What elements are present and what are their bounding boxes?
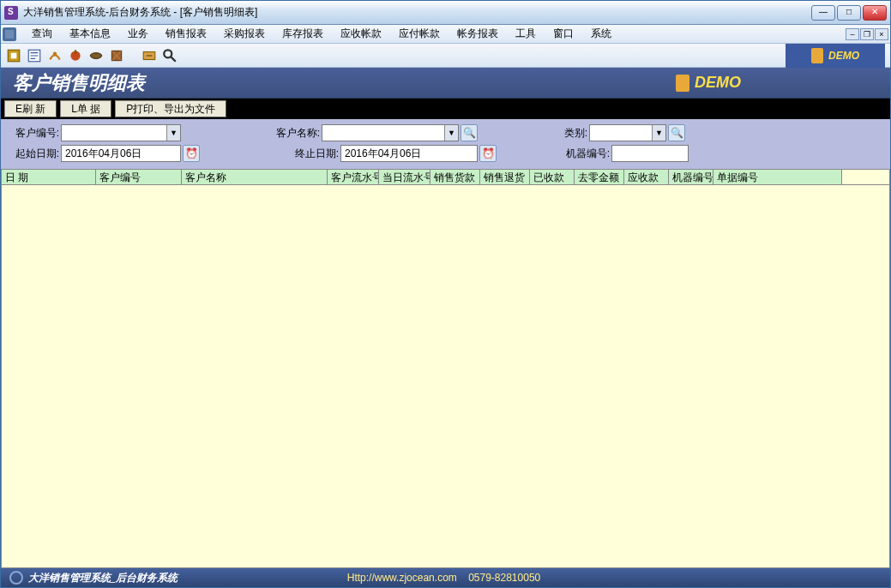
footer-system-name: 大洋销售管理系统_后台财务系统 — [28, 571, 178, 585]
machine-no-input[interactable] — [611, 145, 689, 162]
tool-icon-2[interactable] — [27, 48, 42, 63]
menu-sales-report[interactable]: 销售报表 — [157, 25, 215, 43]
chevron-down-icon[interactable]: ▼ — [652, 125, 665, 141]
end-date-label: 终止日期: — [289, 147, 339, 161]
menu-account-report[interactable]: 帐务报表 — [449, 25, 507, 43]
demo-icon — [676, 75, 689, 92]
table-column-header[interactable]: 客户编号 — [96, 170, 182, 184]
table-column-header[interactable]: 销售退货 — [480, 170, 530, 184]
data-table[interactable]: 日 期客户编号客户名称客户流水号当日流水号销售货款销售退货已收款去零金额应收款机… — [1, 170, 890, 568]
table-column-header[interactable]: 日 期 — [2, 170, 96, 184]
machine-no-label: 机器编号: — [560, 147, 610, 161]
menu-bar: 查询 基本信息 业务 销售报表 采购报表 库存报表 应收帐款 应付帐款 帐务报表… — [1, 25, 890, 44]
menu-window[interactable]: 窗口 — [545, 25, 582, 43]
table-column-header[interactable]: 已收款 — [530, 170, 575, 184]
demo-label: DEMO — [828, 50, 859, 62]
start-date-label: 起始日期: — [9, 147, 59, 161]
bill-button[interactable]: L单 据 — [60, 100, 111, 117]
clock-icon[interactable]: ⏰ — [479, 145, 497, 162]
window-title: 大洋销售管理系统-后台财务系统 - [客户销售明细表] — [23, 5, 811, 20]
svg-point-2 — [53, 51, 57, 56]
footer-url: Http://www.zjocean.com — [347, 572, 457, 584]
menu-business[interactable]: 业务 — [119, 25, 157, 43]
svg-point-7 — [164, 50, 172, 57]
system-menu-icon[interactable] — [3, 27, 16, 41]
category-combo[interactable]: ▼ — [589, 124, 666, 141]
menu-receivable[interactable]: 应收帐款 — [332, 25, 390, 43]
toolbar: DEMO — [1, 44, 890, 68]
chevron-down-icon[interactable]: ▼ — [444, 125, 458, 141]
tool-icon-8[interactable] — [162, 48, 178, 63]
tool-icon-5[interactable] — [88, 48, 104, 63]
action-button-bar: E刷 新 L单 据 P打印、导出为文件 — [1, 99, 890, 119]
table-column-header[interactable]: 应收款 — [624, 170, 669, 184]
page-title: 客户销售明细表 — [13, 70, 676, 96]
filter-panel: 客户编号: ▼ 客户名称: ▼ 🔍 类别: ▼ — [1, 119, 890, 170]
title-bar: 大洋销售管理系统-后台财务系统 - [客户销售明细表] — □ ✕ — [1, 1, 890, 25]
menu-query[interactable]: 查询 — [23, 25, 61, 43]
page-header: 客户销售明细表 DEMO — [1, 68, 890, 99]
demo-banner-top: DEMO — [786, 44, 885, 68]
footer-logo-icon — [9, 571, 23, 585]
refresh-button[interactable]: E刷 新 — [4, 100, 57, 117]
status-bar: 大洋销售管理系统_后台财务系统 Http://www.zjocean.com 0… — [1, 568, 890, 587]
table-column-header[interactable]: 去零金额 — [575, 170, 624, 184]
clock-icon[interactable]: ⏰ — [183, 145, 200, 162]
menu-basic-info[interactable]: 基本信息 — [61, 25, 119, 43]
tool-icon-6[interactable] — [109, 48, 124, 63]
minimize-button[interactable]: — — [811, 5, 835, 21]
start-date-input[interactable] — [61, 145, 181, 162]
table-column-header[interactable]: 单据编号 — [713, 170, 842, 184]
mdi-restore-button[interactable]: ❐ — [860, 28, 874, 40]
demo-icon — [811, 48, 823, 63]
demo-label: DEMO — [695, 74, 741, 92]
search-icon[interactable]: 🔍 — [461, 124, 478, 141]
app-icon — [4, 6, 18, 20]
tool-icon-1[interactable] — [6, 48, 21, 63]
menu-tools[interactable]: 工具 — [507, 25, 545, 43]
table-column-header[interactable]: 当日流水号 — [379, 170, 430, 184]
maximize-button[interactable]: □ — [837, 5, 861, 21]
close-button[interactable]: ✕ — [863, 5, 887, 21]
search-icon[interactable]: 🔍 — [668, 124, 685, 141]
footer-contact: Http://www.zjocean.com 0579-82810050 — [178, 572, 710, 584]
tool-icon-4[interactable] — [68, 48, 83, 63]
table-column-header[interactable]: 客户流水号 — [328, 170, 379, 184]
menu-system[interactable]: 系统 — [582, 25, 620, 43]
svg-rect-4 — [75, 50, 76, 54]
tool-icon-3[interactable] — [47, 48, 63, 63]
menu-purchase-report[interactable]: 采购报表 — [215, 25, 274, 43]
mdi-close-button[interactable]: × — [875, 28, 888, 40]
customer-no-combo[interactable]: ▼ — [61, 124, 181, 141]
print-export-button[interactable]: P打印、导出为文件 — [115, 100, 226, 117]
menu-payable[interactable]: 应付帐款 — [390, 25, 449, 43]
footer-phone: 0579-82810050 — [468, 572, 540, 584]
customer-no-label: 客户编号: — [9, 126, 59, 141]
category-label: 类别: — [553, 126, 587, 141]
table-column-header[interactable]: 销售货款 — [430, 170, 480, 184]
mdi-minimize-button[interactable]: – — [846, 28, 859, 40]
chevron-down-icon[interactable]: ▼ — [166, 125, 180, 141]
table-column-header[interactable]: 客户名称 — [182, 170, 328, 184]
demo-banner-header: DEMO — [676, 74, 741, 92]
table-header-row: 日 期客户编号客户名称客户流水号当日流水号销售货款销售退货已收款去零金额应收款机… — [2, 170, 889, 185]
customer-name-label: 客户名称: — [270, 126, 320, 141]
customer-name-combo[interactable]: ▼ — [322, 124, 459, 141]
menu-inventory-report[interactable]: 库存报表 — [274, 25, 332, 43]
table-column-header[interactable]: 机器编号 — [669, 170, 713, 184]
tool-icon-7[interactable] — [141, 48, 157, 63]
end-date-input[interactable] — [340, 145, 478, 162]
